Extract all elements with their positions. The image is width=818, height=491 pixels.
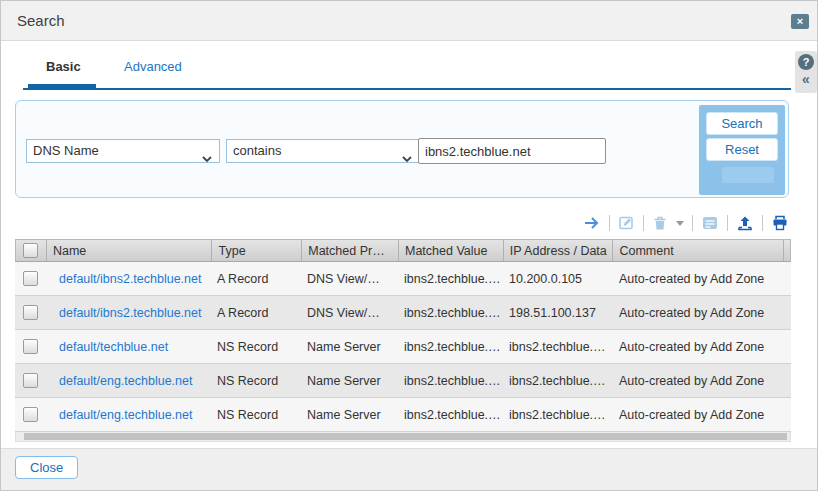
edit-columns-icon[interactable]	[701, 215, 719, 231]
record-name-link[interactable]: default/techblue.net	[59, 340, 168, 354]
delete-menu-caret-icon[interactable]	[676, 220, 684, 226]
ip-address-data: ibns2.techblue.…	[503, 374, 613, 388]
row-checkbox[interactable]	[23, 407, 38, 422]
matched-property: DNS View/…	[301, 306, 398, 320]
ip-address-data: 198.51.100.137	[503, 306, 613, 320]
matched-property: Name Server	[301, 408, 398, 422]
column-header-filler	[783, 240, 790, 261]
toolbar-separator	[643, 215, 644, 231]
row-checkbox[interactable]	[23, 339, 38, 354]
row-checkbox[interactable]	[23, 271, 38, 286]
edit-icon[interactable]	[618, 215, 635, 231]
search-form-panel: DNS Name contains Search Reset	[15, 100, 789, 198]
row-checkbox[interactable]	[23, 305, 38, 320]
table-row[interactable]: default/eng.techblue.net NS Record Name …	[15, 364, 791, 398]
record-name-link[interactable]: default/eng.techblue.net	[59, 374, 192, 388]
matched-value: ibns2.techblue.…	[398, 306, 503, 320]
select-all-checkbox[interactable]	[23, 243, 38, 258]
search-query-input[interactable]	[418, 138, 606, 164]
record-comment: Auto-created by Add Zone	[613, 374, 784, 388]
tab-basic[interactable]: Basic	[46, 59, 81, 74]
record-type: NS Record	[211, 408, 301, 422]
close-icon[interactable]: ×	[791, 14, 809, 29]
record-name-link[interactable]: default/ibns2.techblue.net	[59, 306, 201, 320]
ip-address-data: ibns2.techblue.…	[503, 340, 613, 354]
toolbar-separator	[692, 215, 693, 231]
column-header-ip-address[interactable]: IP Address / Data	[503, 240, 613, 261]
delete-icon[interactable]	[652, 215, 668, 231]
toolbar-separator	[762, 215, 763, 231]
ip-address-data: ibns2.techblue.…	[503, 408, 613, 422]
record-type: NS Record	[211, 374, 301, 388]
table-row[interactable]: default/eng.techblue.net NS Record Name …	[15, 398, 791, 432]
matched-property: Name Server	[301, 340, 398, 354]
matched-property: Name Server	[301, 374, 398, 388]
search-dialog: Search × Basic Advanced ? « DNS Name con…	[0, 0, 818, 491]
field-select-value: DNS Name	[33, 143, 99, 158]
export-icon[interactable]	[736, 215, 754, 231]
column-header-comment[interactable]: Comment	[612, 240, 783, 261]
ghost-button-placeholder	[722, 167, 774, 183]
help-panel: ? «	[795, 51, 817, 93]
column-header-matched-value[interactable]: Matched Value	[398, 240, 503, 261]
search-button[interactable]: Search	[706, 112, 778, 135]
help-icon[interactable]: ?	[798, 54, 814, 70]
table-header-row: Name Type Matched Pr… Matched Value IP A…	[15, 239, 791, 262]
dialog-title: Search	[17, 1, 65, 41]
horizontal-scrollbar	[15, 432, 791, 442]
toolbar-separator	[609, 215, 610, 231]
chevron-down-icon	[402, 148, 412, 170]
column-header-name[interactable]: Name	[46, 240, 212, 261]
chevron-down-icon	[202, 148, 212, 170]
collapse-icon[interactable]: «	[795, 71, 817, 87]
record-name-link[interactable]: default/ibns2.techblue.net	[59, 272, 201, 286]
matched-value: ibns2.techblue.…	[398, 374, 503, 388]
print-icon[interactable]	[771, 215, 789, 231]
tab-advanced[interactable]: Advanced	[124, 59, 182, 74]
results-toolbar	[583, 211, 789, 235]
toolbar-separator	[727, 215, 728, 231]
record-comment: Auto-created by Add Zone	[613, 340, 784, 354]
operator-select-value: contains	[233, 143, 281, 158]
column-header-type[interactable]: Type	[211, 240, 301, 261]
row-checkbox[interactable]	[23, 373, 38, 388]
results-table: Name Type Matched Pr… Matched Value IP A…	[15, 239, 791, 442]
record-type: NS Record	[211, 340, 301, 354]
record-type: A Record	[211, 306, 301, 320]
table-row[interactable]: default/ibns2.techblue.net A Record DNS …	[15, 296, 791, 330]
column-header-matched-property[interactable]: Matched Pr…	[301, 240, 398, 261]
table-row[interactable]: default/ibns2.techblue.net A Record DNS …	[15, 262, 791, 296]
record-comment: Auto-created by Add Zone	[613, 306, 784, 320]
field-select[interactable]: DNS Name	[26, 139, 220, 163]
record-comment: Auto-created by Add Zone	[613, 408, 784, 422]
select-all-checkbox-cell	[16, 240, 46, 261]
dialog-footer: Close	[1, 448, 817, 491]
record-type: A Record	[211, 272, 301, 286]
reset-button[interactable]: Reset	[706, 138, 778, 161]
tab-divider-line	[23, 88, 791, 90]
search-actions-box: Search Reset	[699, 105, 785, 195]
dialog-titlebar: Search ×	[1, 1, 817, 41]
go-arrow-icon[interactable]	[583, 215, 601, 231]
matched-value: ibns2.techblue.…	[398, 408, 503, 422]
table-row[interactable]: default/techblue.net NS Record Name Serv…	[15, 330, 791, 364]
matched-value: ibns2.techblue.…	[398, 340, 503, 354]
horizontal-scrollbar-thumb[interactable]	[24, 433, 787, 440]
operator-select[interactable]: contains	[226, 139, 420, 163]
record-name-link[interactable]: default/eng.techblue.net	[59, 408, 192, 422]
matched-value: ibns2.techblue.…	[398, 272, 503, 286]
matched-property: DNS View/…	[301, 272, 398, 286]
record-comment: Auto-created by Add Zone	[613, 272, 784, 286]
ip-address-data: 10.200.0.105	[503, 272, 613, 286]
close-button[interactable]: Close	[15, 456, 78, 479]
